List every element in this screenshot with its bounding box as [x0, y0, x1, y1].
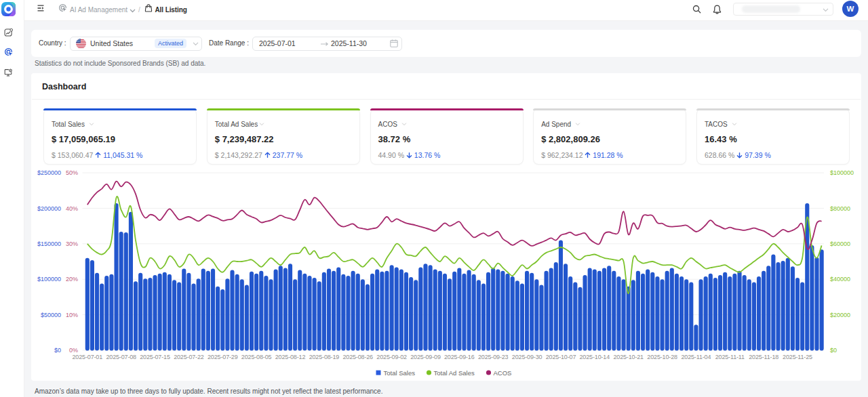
svg-text:2025-11-25: 2025-11-25 [783, 354, 812, 360]
svg-text:30%: 30% [66, 241, 78, 247]
svg-text:$200000: $200000 [37, 205, 61, 212]
svg-text:Total Ad Sales: Total Ad Sales [434, 369, 475, 377]
svg-text:2025-10-07: 2025-10-07 [546, 354, 576, 360]
svg-text:2025-09-09: 2025-09-09 [410, 354, 441, 360]
svg-text:2025-11-18: 2025-11-18 [749, 354, 778, 360]
svg-text:$20000: $20000 [830, 312, 850, 318]
svg-text:$100000: $100000 [37, 276, 61, 283]
svg-text:$80000: $80000 [830, 205, 850, 212]
svg-text:2025-08-12: 2025-08-12 [275, 354, 306, 360]
svg-text:2025-09-16: 2025-09-16 [444, 354, 475, 360]
svg-text:$100000: $100000 [830, 169, 854, 176]
svg-text:2025-07-15: 2025-07-15 [140, 354, 170, 360]
svg-text:2025-08-26: 2025-08-26 [342, 354, 373, 360]
svg-text:40%: 40% [66, 205, 78, 212]
svg-text:2025-07-01: 2025-07-01 [73, 354, 103, 360]
svg-text:$60000: $60000 [830, 241, 850, 247]
svg-text:$150000: $150000 [37, 241, 61, 247]
svg-text:2025-11-04: 2025-11-04 [681, 354, 711, 360]
svg-text:0%: 0% [69, 347, 78, 354]
svg-text:2025-08-05: 2025-08-05 [241, 354, 272, 360]
svg-text:20%: 20% [66, 276, 78, 283]
svg-text:2025-08-19: 2025-08-19 [309, 354, 340, 360]
svg-text:Total Sales: Total Sales [384, 369, 416, 377]
svg-text:2025-09-02: 2025-09-02 [376, 354, 407, 360]
svg-text:2025-09-30: 2025-09-30 [512, 354, 542, 360]
svg-text:$0: $0 [54, 347, 61, 354]
svg-text:2025-11-11: 2025-11-11 [715, 354, 745, 360]
svg-text:$50000: $50000 [41, 312, 61, 318]
svg-text:2025-07-08: 2025-07-08 [106, 354, 136, 360]
svg-text:$40000: $40000 [830, 276, 850, 283]
svg-text:ACOS: ACOS [494, 369, 512, 377]
svg-text:50%: 50% [66, 169, 78, 176]
svg-text:2025-07-22: 2025-07-22 [174, 354, 204, 360]
svg-text:2025-09-23: 2025-09-23 [478, 354, 509, 360]
svg-text:2025-10-28: 2025-10-28 [647, 354, 677, 360]
svg-text:2025-07-29: 2025-07-29 [208, 354, 238, 360]
svg-text:$250000: $250000 [37, 169, 61, 176]
svg-text:10%: 10% [66, 312, 78, 318]
svg-text:2025-10-21: 2025-10-21 [613, 354, 644, 360]
svg-text:$0: $0 [830, 347, 837, 354]
svg-text:2025-10-14: 2025-10-14 [580, 354, 610, 360]
